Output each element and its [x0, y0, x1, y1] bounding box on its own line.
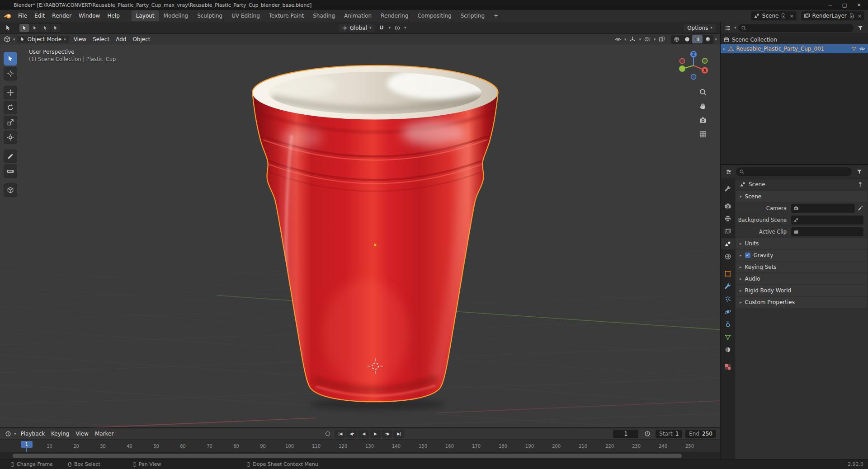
workspace-tab-texture-paint[interactable]: Texture Paint — [264, 10, 308, 21]
chevron-down-icon[interactable] — [14, 432, 16, 436]
chevron-down-icon[interactable] — [388, 26, 391, 30]
next-keyframe-button[interactable]: •▶ — [382, 430, 392, 438]
field-input[interactable] — [791, 227, 863, 236]
properties-tab-view-layer[interactable] — [721, 225, 735, 237]
tool-rotate[interactable] — [4, 101, 17, 114]
tool-measure[interactable] — [4, 164, 17, 178]
workspace-tab-layout[interactable]: Layout — [132, 10, 159, 21]
properties-tab-object[interactable] — [721, 268, 735, 279]
frame-start-field[interactable]: Start 1 — [656, 430, 682, 438]
shading-solid-button[interactable] — [682, 35, 692, 43]
properties-tab-scene[interactable] — [721, 238, 735, 249]
gravity-checkbox[interactable] — [745, 253, 750, 258]
menu-window[interactable]: Window — [75, 11, 104, 21]
overlays-toggle-icon[interactable] — [642, 35, 652, 44]
properties-tab-constraints[interactable] — [721, 319, 735, 330]
prev-keyframe-button[interactable]: ◀• — [346, 430, 357, 438]
menu-edit[interactable]: Edit — [31, 11, 48, 21]
chevron-down-icon[interactable] — [639, 38, 641, 42]
shading-rendered-button[interactable] — [703, 35, 713, 43]
viewport-menu-add[interactable]: Add — [113, 35, 129, 44]
panel-scene-header[interactable]: Scene — [736, 191, 867, 202]
properties-tab-material[interactable] — [721, 344, 735, 355]
shading-wireframe-button[interactable] — [671, 35, 682, 43]
auto-keying-toggle[interactable] — [326, 431, 330, 436]
close-button[interactable]: ✕ — [852, 0, 866, 10]
play-reverse-button[interactable]: ◀ — [358, 430, 369, 438]
panel-custom-properties[interactable]: Custom Properties — [736, 297, 867, 308]
outliner-row-object[interactable]: Reusable_Plastic_Party_Cup_001 — [721, 44, 868, 53]
add-workspace-button[interactable]: + — [490, 11, 502, 20]
xray-toggle-icon[interactable] — [657, 35, 667, 44]
filter-icon[interactable] — [855, 23, 865, 33]
chevron-down-icon[interactable] — [654, 38, 656, 42]
viewport-menu-select[interactable]: Select — [90, 35, 113, 44]
panel-keying-sets[interactable]: Keying Sets — [736, 262, 867, 272]
unlink-scene-icon[interactable]: × — [788, 13, 793, 19]
gizmo-y-neg-axis[interactable] — [702, 58, 707, 63]
navigation-gizmo[interactable]: Z X — [677, 49, 710, 82]
viewport-menu-object[interactable]: Object — [129, 35, 153, 44]
properties-tab-texture[interactable] — [721, 361, 735, 372]
minimize-button[interactable]: ─ — [823, 0, 837, 10]
preview-range-icon[interactable] — [642, 429, 652, 438]
frame-end-field[interactable]: End 250 — [685, 430, 716, 438]
viewport-menu-view[interactable]: View — [71, 35, 90, 44]
properties-tab-tool[interactable] — [721, 183, 735, 194]
tool-select-box[interactable] — [4, 52, 17, 66]
field-input[interactable] — [791, 204, 855, 213]
workspace-tab-animation[interactable]: Animation — [340, 10, 376, 21]
workspace-tab-modeling[interactable]: Modeling — [159, 10, 193, 21]
editor-type-icon[interactable] — [3, 35, 12, 44]
gizmo-x-neg-axis[interactable] — [679, 58, 684, 63]
view-layer-selector[interactable]: RenderLayer × — [801, 11, 864, 20]
maximize-button[interactable]: □ — [837, 0, 852, 10]
zoom-icon[interactable] — [699, 88, 707, 96]
playhead-marker[interactable]: 1 — [21, 441, 33, 448]
properties-tab-particles[interactable] — [721, 293, 735, 305]
mode-dropdown[interactable]: Object Mode — [17, 36, 69, 43]
shading-material-button[interactable] — [692, 35, 703, 43]
chevron-down-icon[interactable] — [624, 38, 627, 42]
outliner-row-scene-collection[interactable]: Scene Collection — [721, 35, 868, 44]
panel-rigid-body-world[interactable]: Rigid Body World — [736, 285, 867, 296]
jump-start-button[interactable]: |◀ — [335, 430, 345, 438]
toggle-perspective-icon[interactable] — [699, 130, 707, 138]
properties-tab-physics[interactable] — [721, 306, 735, 317]
timeline-ruler[interactable]: 1020304050607080901001101201301401501601… — [0, 439, 720, 452]
timeline-menu-playback[interactable]: Playback — [18, 429, 48, 438]
new-view-layer-icon[interactable] — [849, 13, 854, 19]
workspace-tab-compositing[interactable]: Compositing — [413, 10, 456, 21]
menu-help[interactable]: Help — [104, 11, 123, 21]
chevron-down-icon[interactable] — [734, 26, 736, 30]
remove-view-layer-icon[interactable]: × — [857, 13, 862, 19]
timeline-menu-keying[interactable]: Keying — [48, 429, 72, 438]
tool-transform[interactable] — [4, 131, 17, 144]
new-scene-icon[interactable] — [781, 13, 786, 19]
pin-icon[interactable] — [857, 181, 863, 188]
panel-audio[interactable]: Audio — [736, 273, 867, 284]
jump-end-button[interactable]: ▶| — [393, 430, 404, 438]
properties-search-input[interactable] — [736, 167, 852, 176]
snap-magnet-toggle[interactable] — [377, 23, 387, 33]
pan-hand-icon[interactable] — [699, 102, 707, 110]
eyedropper-icon[interactable] — [857, 205, 863, 211]
timeline-menu-view[interactable]: View — [72, 429, 91, 438]
camera-view-icon[interactable] — [699, 116, 707, 124]
chevron-down-icon[interactable] — [404, 26, 406, 30]
workspace-tab-scripting[interactable]: Scripting — [456, 10, 489, 21]
hide-in-viewport-icon[interactable] — [859, 46, 865, 52]
properties-tab-world[interactable] — [721, 251, 735, 262]
workspace-tab-sculpting[interactable]: Sculpting — [193, 10, 227, 21]
menu-file[interactable]: File — [14, 11, 31, 21]
workspace-tab-uv-editing[interactable]: UV Editing — [227, 10, 264, 21]
gizmo-y-axis[interactable] — [679, 66, 685, 72]
panel-units[interactable]: Units — [736, 238, 867, 249]
gizmo-z-neg-axis[interactable] — [691, 74, 696, 79]
blender-logo-icon[interactable] — [4, 12, 12, 20]
select-mode-intersect[interactable] — [51, 24, 61, 32]
editor-type-icon-outliner[interactable] — [723, 23, 732, 33]
timeline-menu-marker[interactable]: Marker — [92, 429, 117, 438]
workspace-tab-shading[interactable]: Shading — [308, 10, 340, 21]
editor-type-icon-properties[interactable] — [724, 167, 733, 176]
